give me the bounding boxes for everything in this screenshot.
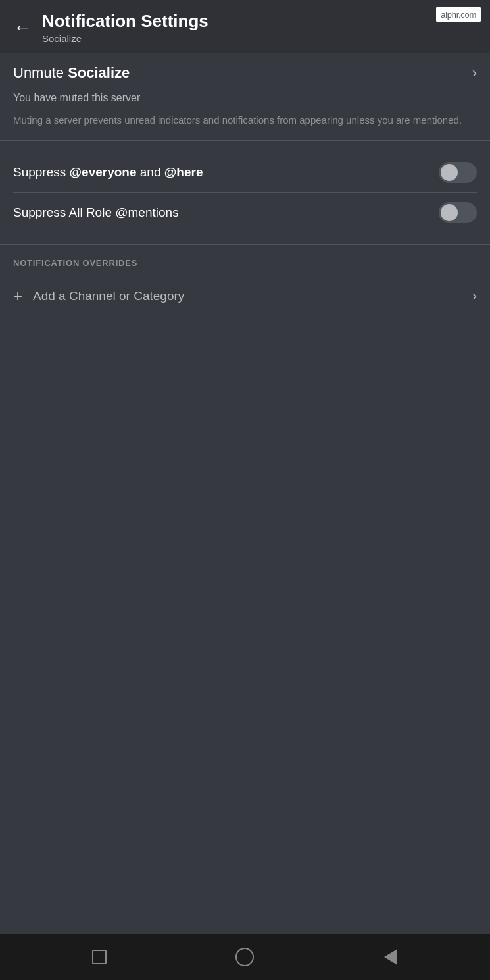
toggles-section: Suppress @everyone and @here Suppress Al… — [0, 141, 490, 245]
home-icon — [235, 948, 254, 966]
suppress-roles-label: Suppress All Role @mentions — [13, 205, 179, 220]
unmute-label: Unmute Socialize — [13, 64, 130, 82]
logo-text: alphr.com — [441, 10, 476, 20]
bottom-nav-bar — [0, 934, 490, 980]
overrides-title: NOTIFICATION OVERRIDES — [13, 258, 477, 268]
overrides-section: NOTIFICATION OVERRIDES + Add a Channel o… — [0, 245, 490, 935]
header-subtitle: Socialize — [42, 33, 208, 44]
toggle-track — [439, 162, 477, 183]
header: ← Notification Settings Socialize alphr.… — [0, 0, 490, 53]
recent-apps-icon — [92, 950, 107, 964]
add-channel-chevron-icon: › — [472, 288, 477, 305]
unmute-section: Unmute Socialize › You have muted this s… — [0, 53, 490, 141]
recent-apps-button[interactable] — [87, 945, 111, 969]
suppress-everyone-row: Suppress @everyone and @here — [13, 153, 477, 192]
site-logo: alphr.com — [436, 7, 481, 22]
suppress-everyone-toggle[interactable] — [439, 162, 477, 183]
add-channel-label: Add a Channel or Category — [33, 289, 184, 303]
home-button[interactable] — [233, 945, 257, 969]
unmute-row[interactable]: Unmute Socialize › — [13, 64, 477, 82]
page-title: Notification Settings — [42, 11, 208, 32]
toggle-thumb — [441, 164, 458, 181]
add-channel-row[interactable]: + Add a Channel or Category › — [13, 278, 477, 314]
unmute-chevron-icon: › — [472, 64, 477, 82]
plus-icon: + — [13, 288, 22, 304]
header-text: Notification Settings Socialize — [42, 11, 208, 44]
suppress-roles-toggle[interactable] — [439, 202, 477, 223]
toggle-track-2 — [439, 202, 477, 223]
muted-notice: You have muted this server — [13, 92, 477, 104]
suppress-roles-row: Suppress All Role @mentions — [13, 193, 477, 232]
muted-description: Muting a server prevents unread indicato… — [13, 113, 477, 128]
add-channel-left: + Add a Channel or Category — [13, 288, 184, 304]
back-button[interactable]: ← — [13, 18, 32, 37]
back-icon — [384, 949, 397, 965]
toggle-thumb-2 — [441, 204, 458, 221]
suppress-everyone-label: Suppress @everyone and @here — [13, 165, 203, 180]
back-nav-button[interactable] — [379, 945, 403, 969]
